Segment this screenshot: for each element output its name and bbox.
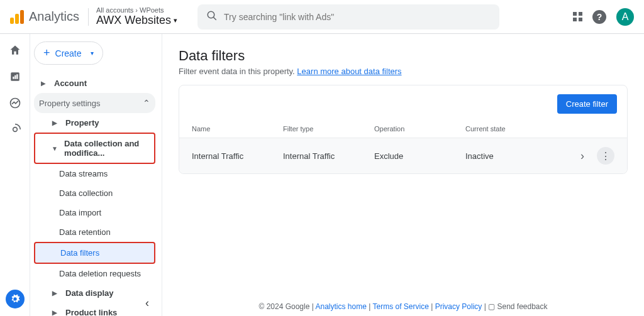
filters-card: Create filter Name Filter type Operation… (179, 85, 628, 174)
sidebar-item-product-links[interactable]: ▶ Product links (34, 303, 155, 316)
sidebar-item-data-streams[interactable]: Data streams (34, 164, 155, 183)
footer: © 2024 Google | Analytics home | Terms o… (179, 283, 628, 311)
property-settings-label: Property settings (39, 99, 101, 108)
chevron-right-icon: ▶ (50, 119, 59, 126)
apps-icon[interactable] (573, 12, 582, 21)
sidebar-item-data-collection[interactable]: Data collection (34, 183, 155, 203)
svg-point-7 (13, 128, 17, 132)
property-name: AWX Websites (96, 14, 171, 27)
learn-more-link[interactable]: Learn more about data filters (297, 67, 401, 76)
avatar[interactable]: A (616, 8, 634, 26)
create-button[interactable]: + Create ▾ (34, 41, 103, 65)
product-links-label: Product links (65, 308, 117, 316)
sidebar-item-data-filters[interactable]: Data filters (34, 242, 155, 264)
privacy-link[interactable]: Privacy Policy (435, 302, 482, 311)
search-box[interactable] (197, 4, 499, 30)
cell-type: Internal Traffic (283, 151, 374, 161)
breadcrumb: All accounts › WPoets (96, 6, 177, 14)
page-description: Filter event data in this property. Lear… (179, 67, 628, 76)
account-label: Account (54, 79, 87, 88)
chevron-right-icon: ▶ (50, 309, 59, 316)
cell-name: Internal Traffic (192, 151, 283, 161)
explore-icon[interactable] (8, 95, 23, 111)
sidebar-item-data-retention[interactable]: Data retention (34, 222, 155, 242)
svg-line-1 (213, 17, 216, 20)
sidebar-item-account[interactable]: ▶ Account (34, 74, 155, 93)
collapse-sidebar-icon[interactable]: ‹ (145, 297, 149, 310)
chevron-right-icon[interactable]: › (573, 150, 592, 163)
search-input[interactable] (224, 12, 491, 22)
svg-rect-4 (14, 75, 16, 79)
divider (88, 8, 89, 26)
chevron-up-icon: ⌃ (143, 98, 150, 108)
icon-rail (0, 34, 30, 316)
sidebar-item-data-collection-mod[interactable]: ▼ Data collection and modifica... (34, 133, 155, 164)
sidebar-item-data-display[interactable]: ▶ Data display (34, 283, 155, 303)
sidebar: + Create ▾ ▶ Account Property settings ⌃… (30, 34, 162, 316)
create-label: Create (55, 48, 82, 58)
reports-icon[interactable] (8, 69, 23, 84)
breadcrumb-account: WPoets (140, 6, 164, 14)
chevron-right-icon: ▶ (39, 80, 48, 87)
caret-down-icon: ▾ (174, 16, 177, 25)
caret-down-icon: ▾ (91, 50, 94, 57)
cell-op: Exclude (374, 151, 465, 161)
feedback-icon: ▢ (488, 302, 495, 311)
create-filter-button[interactable]: Create filter (557, 94, 617, 114)
chevron-right-icon: › (135, 6, 138, 14)
kebab-menu-icon[interactable]: ⋮ (597, 147, 614, 165)
copyright: © 2024 Google (258, 302, 309, 311)
page-title: Data filters (179, 48, 628, 64)
help-icon[interactable]: ? (592, 10, 606, 24)
header: Analytics All accounts › WPoets AWX Webs… (0, 0, 644, 34)
table-header: Name Filter type Operation Current state (179, 120, 627, 138)
col-type: Filter type (283, 125, 374, 133)
search-icon (206, 10, 218, 24)
table-row[interactable]: Internal Traffic Internal Traffic Exclud… (179, 138, 627, 173)
advertising-icon[interactable] (8, 122, 23, 137)
col-state: Current state (465, 125, 564, 133)
data-display-label: Data display (65, 288, 114, 298)
analytics-home-link[interactable]: Analytics home (316, 302, 367, 311)
home-icon[interactable] (8, 43, 23, 58)
desc-text: Filter event data in this property. (179, 67, 297, 76)
plus-icon: + (43, 46, 50, 60)
tos-link[interactable]: Terms of Service (372, 302, 428, 311)
col-op: Operation (374, 125, 465, 133)
svg-point-0 (208, 11, 214, 18)
col-name: Name (192, 125, 283, 133)
property-label: Property (65, 118, 99, 128)
sidebar-section-property-settings[interactable]: Property settings ⌃ (34, 93, 155, 113)
sidebar-item-data-deletion[interactable]: Data deletion requests (34, 264, 155, 283)
breadcrumb-root: All accounts (96, 6, 133, 14)
svg-rect-5 (16, 74, 18, 79)
main-content: Data filters Filter event data in this p… (162, 34, 644, 316)
feedback-link[interactable]: Send feedback (497, 302, 547, 311)
admin-gear-icon[interactable] (6, 290, 25, 308)
brand-label: Analytics (29, 9, 79, 24)
analytics-logo (10, 10, 24, 24)
sidebar-item-property[interactable]: ▶ Property (34, 113, 155, 133)
svg-rect-3 (13, 77, 14, 79)
account-selector[interactable]: All accounts › WPoets AWX Websites ▾ (96, 6, 177, 27)
chevron-right-icon: ▶ (50, 290, 59, 297)
cell-state: Inactive (465, 151, 564, 161)
data-collection-mod-label: Data collection and modifica... (64, 139, 149, 158)
sidebar-item-data-import[interactable]: Data import (34, 203, 155, 222)
chevron-down-icon: ▼ (52, 145, 58, 152)
